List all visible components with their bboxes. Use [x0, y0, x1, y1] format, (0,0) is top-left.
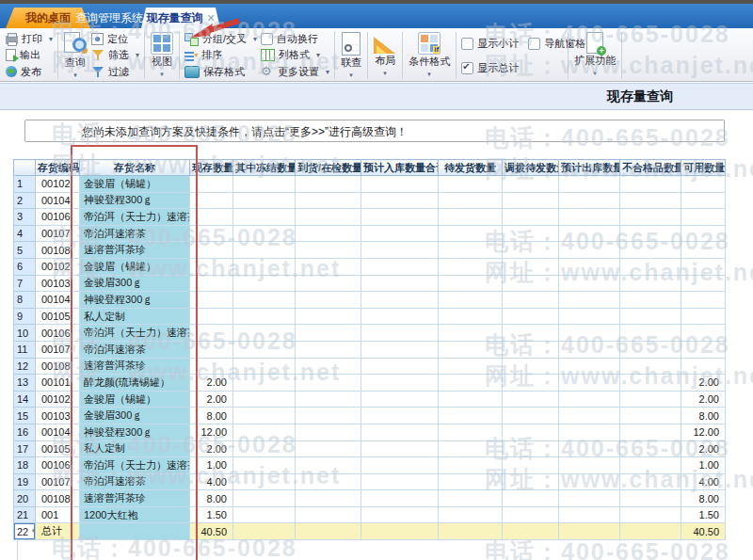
quantity-cell[interactable]	[620, 490, 681, 507]
quantity-cell[interactable]	[439, 523, 503, 540]
quantity-cell[interactable]: 2.00	[190, 375, 233, 392]
quantity-cell[interactable]	[620, 325, 681, 342]
quantity-cell[interactable]	[233, 308, 296, 325]
inventory-name-cell[interactable]: 金骏眉（锡罐）	[80, 176, 190, 193]
quantity-cell[interactable]	[296, 341, 361, 358]
inventory-code-cell[interactable]: 00103	[36, 275, 80, 292]
column-header[interactable]: 预计入库数量合计	[361, 160, 439, 176]
row-number-cell[interactable]: 10	[14, 325, 36, 342]
row-number-cell[interactable]: 7	[14, 275, 36, 292]
quantity-cell[interactable]	[559, 473, 620, 490]
row-number-cell[interactable]: 3	[14, 209, 36, 226]
quantity-cell[interactable]	[503, 408, 559, 424]
inventory-name-cell[interactable]: 醉龙颜(琉璃锡罐）	[80, 375, 190, 392]
more-settings-button[interactable]: 更多设置	[259, 64, 331, 80]
quantity-cell[interactable]	[439, 225, 503, 242]
quantity-cell[interactable]	[559, 341, 620, 358]
quantity-cell[interactable]	[503, 341, 559, 358]
quantity-cell[interactable]	[620, 473, 681, 490]
query-button[interactable]: 查询	[61, 30, 89, 81]
quantity-cell[interactable]	[233, 490, 296, 507]
quantity-cell[interactable]	[190, 275, 233, 292]
print-button[interactable]: 打印	[4, 31, 55, 47]
inventory-code-cell[interactable]: 00107	[36, 225, 80, 242]
quantity-cell[interactable]	[361, 258, 439, 275]
inventory-name-cell[interactable]: 帝泊洱（天士力）速溶茶	[80, 457, 190, 474]
row-number-cell[interactable]: 5	[14, 242, 36, 259]
inventory-code-cell[interactable]: 00104	[36, 192, 80, 209]
row-number-cell[interactable]: 16	[14, 424, 36, 440]
quantity-cell[interactable]	[233, 358, 296, 375]
sift-button[interactable]: 筛选	[89, 47, 141, 63]
quantity-cell[interactable]	[296, 242, 361, 259]
quantity-cell[interactable]	[190, 176, 233, 193]
row-number-cell[interactable]: 12	[14, 358, 36, 375]
quantity-cell[interactable]: 1.50	[681, 506, 726, 523]
quantity-cell[interactable]	[233, 391, 296, 408]
inventory-name-cell[interactable]: 速溶普洱茶珍	[80, 358, 190, 375]
quantity-cell[interactable]	[620, 523, 681, 540]
inventory-code-cell[interactable]: 00107	[36, 341, 80, 358]
column-header[interactable]: 调拨待发数量	[503, 160, 559, 176]
inventory-name-cell[interactable]: 帝泊洱（天士力）速溶茶	[80, 325, 190, 342]
quantity-cell[interactable]	[503, 192, 559, 209]
quantity-cell[interactable]	[503, 325, 559, 342]
quantity-cell[interactable]	[296, 292, 361, 309]
quantity-cell[interactable]	[233, 209, 296, 226]
show-total-checkbox[interactable]: 显示总计	[459, 60, 565, 76]
quantity-cell[interactable]	[296, 325, 361, 342]
quantity-cell[interactable]	[190, 292, 233, 309]
column-header[interactable]: 可用数量	[681, 160, 726, 176]
quantity-cell[interactable]	[233, 457, 296, 474]
inventory-code-cell[interactable]: 00108	[36, 490, 80, 507]
quantity-cell[interactable]	[503, 242, 559, 259]
quantity-cell[interactable]	[620, 225, 681, 242]
quantity-cell[interactable]	[559, 225, 620, 242]
quantity-cell[interactable]	[439, 358, 503, 375]
column-header[interactable]: 不合格品数量	[620, 160, 681, 176]
conditional-format-button[interactable]: 条件格式	[406, 30, 453, 81]
inventory-code-cell[interactable]: 总计	[36, 523, 80, 540]
quantity-cell[interactable]	[620, 375, 681, 392]
quantity-cell[interactable]	[296, 490, 361, 507]
quantity-cell[interactable]	[559, 242, 620, 259]
quantity-cell[interactable]	[439, 375, 503, 392]
quantity-cell[interactable]	[503, 457, 559, 474]
quantity-cell[interactable]	[439, 457, 503, 474]
quantity-cell[interactable]	[439, 176, 503, 193]
quantity-cell[interactable]	[559, 308, 620, 325]
quantity-cell[interactable]	[190, 325, 233, 342]
inventory-name-cell[interactable]: 神骏登程300ｇ	[80, 292, 190, 309]
quantity-cell[interactable]	[296, 473, 361, 490]
quantity-cell[interactable]	[296, 506, 361, 523]
quantity-cell[interactable]: 12.00	[681, 424, 726, 440]
inventory-name-cell[interactable]: 金骏眉300ｇ	[80, 408, 190, 424]
quantity-cell[interactable]: 8.00	[190, 490, 233, 507]
corner-cell[interactable]	[14, 160, 36, 176]
quantity-cell[interactable]	[559, 523, 620, 540]
auto-wrap-checkbox[interactable]: 自动换行	[259, 31, 331, 47]
quantity-cell[interactable]	[559, 457, 620, 474]
quantity-cell[interactable]	[361, 408, 439, 424]
quantity-cell[interactable]	[559, 506, 620, 523]
quantity-cell[interactable]	[503, 391, 559, 408]
row-number-cell[interactable]: 21	[14, 506, 36, 523]
inventory-name-cell[interactable]: 金骏眉（锡罐）	[80, 258, 190, 275]
row-number-cell[interactable]: 2	[14, 192, 36, 209]
quantity-cell[interactable]	[439, 308, 503, 325]
inventory-code-cell[interactable]: 00103	[36, 408, 80, 424]
inventory-code-cell[interactable]: 00102	[36, 391, 80, 408]
inventory-name-cell[interactable]: 神骏登程300ｇ	[80, 192, 190, 209]
quantity-cell[interactable]: 2.00	[681, 440, 726, 457]
column-header[interactable]: 待发货数量	[439, 160, 503, 176]
row-number-cell[interactable]: 6	[14, 258, 36, 275]
column-header[interactable]: 其中冻结数量	[233, 160, 296, 176]
row-number-cell[interactable]: 13	[14, 375, 36, 392]
column-header[interactable]: 存货编码	[36, 160, 80, 176]
quantity-cell[interactable]	[503, 292, 559, 309]
quantity-cell[interactable]	[190, 242, 233, 259]
quantity-cell[interactable]	[361, 457, 439, 474]
inventory-name-cell[interactable]: 1200大红袍	[80, 506, 190, 523]
quantity-cell[interactable]	[503, 176, 559, 193]
quantity-cell[interactable]	[439, 440, 503, 457]
